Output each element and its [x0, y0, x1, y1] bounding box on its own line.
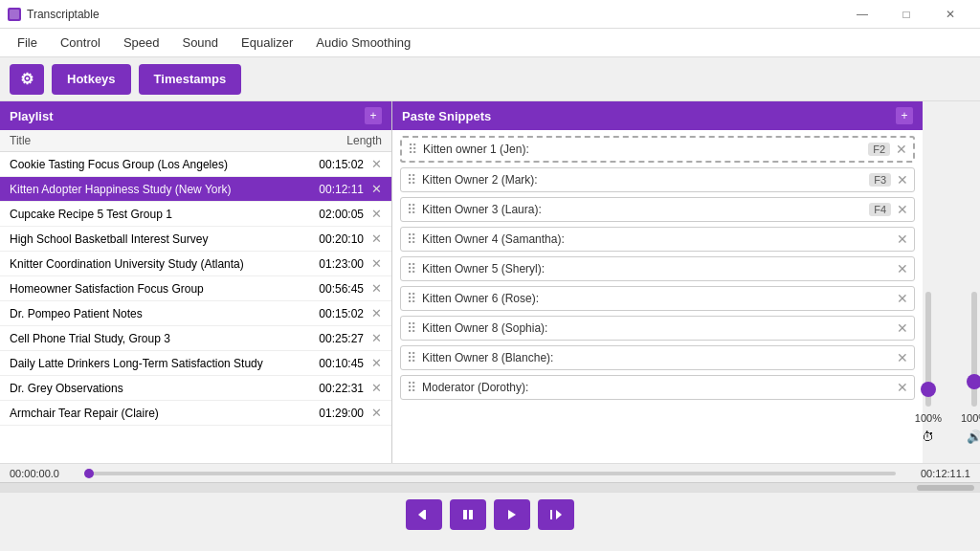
snippet-input[interactable]: [422, 351, 897, 364]
snippet-remove[interactable]: ✕: [897, 172, 908, 187]
playlist-item-remove[interactable]: ✕: [371, 306, 382, 320]
snippet-input[interactable]: [422, 262, 897, 276]
menu-equalizer[interactable]: Equalizer: [232, 32, 302, 54]
scrollbar-track[interactable]: [0, 482, 980, 492]
fast-forward-button[interactable]: [538, 499, 574, 530]
play-button[interactable]: [494, 499, 530, 530]
playlist-item[interactable]: Knitter Coordination University Study (A…: [0, 252, 391, 276]
speed-track[interactable]: [925, 292, 931, 407]
snippet-remove[interactable]: ✕: [896, 142, 907, 157]
playlist-item-remove[interactable]: ✕: [371, 406, 382, 420]
app-icon: [8, 8, 21, 21]
snippet-input[interactable]: [423, 143, 868, 156]
playlist-item[interactable]: Cell Phone Trial Study, Group 3 00:25:27…: [0, 326, 391, 351]
snippet-drag-handle[interactable]: ⠿: [407, 291, 416, 306]
timestamps-button[interactable]: Timestamps: [139, 64, 242, 95]
minimize-button[interactable]: —: [840, 0, 884, 29]
playlist-item-length: 00:12:11: [311, 183, 364, 196]
playlist-item-remove[interactable]: ✕: [371, 356, 382, 370]
col-title: Title: [10, 134, 31, 147]
snippet-input[interactable]: [422, 321, 897, 335]
playlist-item[interactable]: Cookie Tasting Focus Group (Los Angeles)…: [0, 152, 391, 177]
vol-slider-container: 100% 🔊: [961, 292, 980, 444]
snippet-drag-handle[interactable]: ⠿: [407, 320, 416, 336]
maximize-button[interactable]: □: [884, 0, 928, 29]
svg-rect-7: [550, 510, 552, 519]
vol-track[interactable]: [971, 292, 977, 407]
snippet-drag-handle[interactable]: ⠿: [407, 172, 416, 187]
snippet-remove[interactable]: ✕: [897, 231, 908, 247]
playlist-item-length: 01:29:00: [311, 407, 364, 420]
playlist-item-remove[interactable]: ✕: [371, 182, 382, 196]
pause-button[interactable]: [450, 499, 486, 530]
playlist-item[interactable]: Cupcake Recipe 5 Test Group 1 02:00:05 ✕: [0, 202, 391, 227]
playlist-item-remove[interactable]: ✕: [371, 256, 382, 271]
snippet-drag-handle[interactable]: ⠿: [407, 350, 416, 365]
playlist-item[interactable]: Daily Latte Drinkers Long-Term Satisfact…: [0, 351, 391, 376]
snippet-drag-handle[interactable]: ⠿: [407, 261, 416, 276]
snippet-remove[interactable]: ✕: [897, 380, 908, 395]
progress-bar[interactable]: [84, 472, 896, 475]
vol-controls-row: 100% ⏱ 100% 🔊: [915, 292, 980, 444]
svg-rect-4: [469, 510, 473, 519]
playlist-item-remove[interactable]: ✕: [371, 231, 382, 246]
snippet-input[interactable]: [422, 232, 897, 246]
playlist-item-title: Knitter Coordination University Study (A…: [10, 257, 311, 271]
gear-button[interactable]: ⚙: [10, 64, 44, 95]
snippet-remove[interactable]: ✕: [897, 202, 908, 217]
playlist-item-remove[interactable]: ✕: [371, 331, 382, 345]
menubar: File Control Speed Sound Equalizer Audio…: [0, 29, 980, 57]
snippet-input[interactable]: [422, 203, 869, 216]
playlist-item-title: Dr. Pompeo Patient Notes: [10, 307, 311, 320]
playlist-item[interactable]: Homeowner Satisfaction Focus Group 00:56…: [0, 276, 391, 301]
playlist-item[interactable]: Dr. Grey Observations 00:22:31 ✕: [0, 376, 391, 401]
playlist-item-length: 00:56:45: [311, 282, 364, 296]
menu-audio-smoothing[interactable]: Audio Smoothing: [306, 32, 420, 54]
app-title: Transcriptable: [27, 8, 100, 21]
playlist-item[interactable]: Armchair Tear Repair (Claire) 01:29:00 ✕: [0, 401, 391, 426]
menu-sound[interactable]: Sound: [172, 32, 228, 54]
snippet-item: ⠿ ✕: [400, 345, 915, 370]
svg-rect-0: [10, 10, 19, 19]
snippet-input[interactable]: [422, 381, 897, 394]
snippet-drag-handle[interactable]: ⠿: [408, 142, 417, 157]
playlist-item-length: 00:20:10: [311, 232, 364, 246]
progress-thumb[interactable]: [84, 469, 94, 478]
playlist-item-length: 00:10:45: [311, 357, 364, 370]
rewind-button[interactable]: [406, 499, 442, 530]
playlist-panel: Playlist + Title Length Cookie Tasting F…: [0, 101, 392, 463]
playlist-item-remove[interactable]: ✕: [371, 207, 382, 221]
menu-file[interactable]: File: [8, 32, 47, 54]
playlist-item-remove[interactable]: ✕: [371, 281, 382, 296]
snippet-remove[interactable]: ✕: [897, 291, 908, 306]
snippet-remove[interactable]: ✕: [897, 261, 908, 276]
playlist-header: Playlist +: [0, 101, 391, 130]
titlebar-controls: — □ ✕: [840, 0, 972, 29]
playlist-item[interactable]: Kitten Adopter Happiness Study (New York…: [0, 177, 391, 202]
scrollbar-thumb[interactable]: [917, 485, 974, 491]
playback-controls: [0, 492, 980, 536]
playlist-item[interactable]: Dr. Pompeo Patient Notes 00:15:02 ✕: [0, 301, 391, 326]
snippet-drag-handle[interactable]: ⠿: [407, 202, 416, 217]
speed-thumb[interactable]: [921, 382, 936, 397]
snippet-input[interactable]: [422, 292, 897, 305]
vol-thumb[interactable]: [967, 374, 980, 389]
snippet-drag-handle[interactable]: ⠿: [407, 380, 416, 395]
snippet-input[interactable]: [422, 173, 869, 187]
snippets-header: Paste Snippets +: [392, 101, 923, 130]
snippet-drag-handle[interactable]: ⠿: [407, 231, 416, 247]
playlist-add-button[interactable]: +: [365, 107, 382, 124]
snippet-remove[interactable]: ✕: [897, 320, 908, 336]
menu-control[interactable]: Control: [51, 32, 110, 54]
hotkeys-button[interactable]: Hotkeys: [52, 64, 131, 95]
close-button[interactable]: ✕: [928, 0, 972, 29]
svg-rect-2: [424, 510, 426, 519]
snippet-key: F4: [869, 203, 891, 216]
playlist-item-remove[interactable]: ✕: [371, 157, 382, 171]
playlist-item[interactable]: High School Basketball Interest Survey 0…: [0, 227, 391, 252]
snippet-remove[interactable]: ✕: [897, 350, 908, 365]
playlist-item-remove[interactable]: ✕: [371, 381, 382, 395]
menu-speed[interactable]: Speed: [114, 32, 169, 54]
snippets-add-button[interactable]: +: [896, 107, 913, 124]
current-time: 00:00:00.0: [10, 468, 77, 479]
